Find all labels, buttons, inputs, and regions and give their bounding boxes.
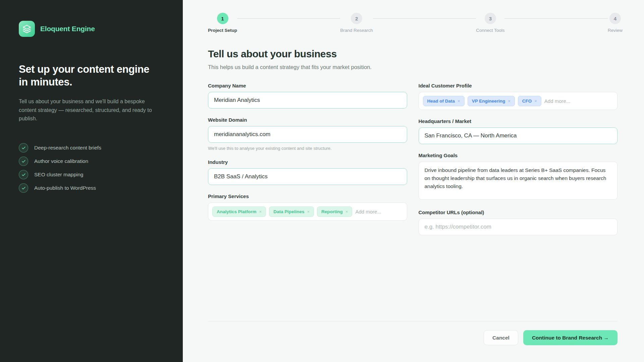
cancel-button[interactable]: Cancel: [484, 330, 518, 345]
field-industry: Industry: [208, 159, 407, 185]
check-icon: [19, 157, 28, 166]
main-panel: 1 Project Setup 2 Brand Research 3 Conne…: [183, 0, 644, 362]
tag-head-of-data[interactable]: Head of Data ×: [423, 96, 465, 106]
feature-label: Deep-research content briefs: [34, 145, 101, 151]
form-right-column: Ideal Customer Profile Head of Data × VP…: [419, 83, 618, 244]
step-number: 3: [485, 13, 496, 24]
tag-label: CFO: [522, 99, 532, 104]
page-title: Tell us about your business: [208, 48, 618, 60]
feature-item: Author voice calibration: [19, 157, 163, 166]
step-label: Project Setup: [208, 28, 237, 33]
website-domain-helper: We'll use this to analyse your existing …: [208, 146, 407, 151]
feature-label: Auto-publish to WordPress: [34, 185, 96, 191]
brand-name: Eloquent Engine: [40, 25, 95, 33]
primary-services-tag-input[interactable]: Analytics Platform × Data Pipelines × Re…: [208, 202, 407, 221]
form-grid: Company Name Website Domain We'll use th…: [208, 83, 618, 244]
feature-label: SEO cluster mapping: [34, 172, 83, 178]
feature-item: Auto-publish to WordPress: [19, 183, 163, 193]
competitor-urls-label: Competitor URLs (optional): [419, 209, 618, 215]
tag-label: Data Pipelines: [273, 209, 304, 214]
field-company-name: Company Name: [208, 83, 407, 109]
step-connect-tools[interactable]: 3 Connect Tools: [476, 13, 504, 33]
industry-input[interactable]: [208, 168, 407, 185]
icp-add-input[interactable]: [544, 98, 613, 104]
tag-data-pipelines[interactable]: Data Pipelines ×: [269, 206, 314, 217]
step-number: 2: [351, 13, 362, 24]
remove-tag-icon[interactable]: ×: [259, 209, 262, 214]
form-left-column: Company Name Website Domain We'll use th…: [208, 83, 407, 229]
website-domain-input[interactable]: [208, 126, 407, 143]
sidebar: Eloquent Engine Set up your content engi…: [0, 0, 183, 362]
sidebar-description: Tell us about your business and we'll bu…: [19, 97, 163, 123]
tag-label: Reporting: [321, 209, 343, 214]
stepper-connector: [373, 18, 476, 19]
icp-label: Ideal Customer Profile: [419, 83, 618, 88]
step-brand-research[interactable]: 2 Brand Research: [340, 13, 373, 33]
check-icon: [19, 143, 28, 153]
remove-tag-icon[interactable]: ×: [307, 209, 310, 214]
headquarters-label: Headquarters / Market: [419, 118, 618, 124]
tag-label: Analytics Platform: [217, 209, 257, 214]
step-review[interactable]: 4 Review: [608, 13, 623, 33]
page-subtitle: This helps us build a content strategy t…: [208, 64, 618, 70]
primary-services-add-input[interactable]: [355, 209, 402, 215]
step-label: Connect Tools: [476, 28, 504, 33]
brand: Eloquent Engine: [19, 21, 163, 37]
tag-cfo[interactable]: CFO ×: [518, 96, 541, 106]
industry-label: Industry: [208, 159, 407, 165]
tag-vp-engineering[interactable]: VP Engineering ×: [468, 96, 515, 106]
form-footer: Cancel Continue to Brand Research →: [208, 321, 618, 345]
layers-logo-icon: [19, 21, 35, 37]
step-label: Brand Research: [340, 28, 373, 33]
field-ideal-customer-profile: Ideal Customer Profile Head of Data × VP…: [419, 83, 618, 110]
company-name-input[interactable]: [208, 92, 407, 109]
tag-label: Head of Data: [427, 99, 455, 104]
field-website-domain: Website Domain We'll use this to analyse…: [208, 117, 407, 151]
headquarters-input[interactable]: [419, 127, 618, 144]
field-competitor-urls: Competitor URLs (optional): [419, 209, 618, 235]
feature-item: Deep-research content briefs: [19, 143, 163, 153]
field-marketing-goals: Marketing Goals Drive inbound pipeline f…: [419, 153, 618, 201]
sidebar-headline: Set up your content engine in minutes.: [19, 63, 160, 88]
tag-reporting[interactable]: Reporting ×: [317, 206, 352, 217]
competitor-urls-input[interactable]: [419, 219, 618, 235]
remove-tag-icon[interactable]: ×: [534, 99, 537, 104]
remove-tag-icon[interactable]: ×: [508, 99, 511, 104]
stepper: 1 Project Setup 2 Brand Research 3 Conne…: [208, 13, 623, 33]
remove-tag-icon[interactable]: ×: [458, 99, 460, 104]
company-name-label: Company Name: [208, 83, 407, 88]
tag-label: VP Engineering: [472, 99, 505, 104]
check-icon: [19, 170, 28, 179]
marketing-goals-label: Marketing Goals: [419, 153, 618, 158]
feature-item: SEO cluster mapping: [19, 170, 163, 179]
step-label: Review: [608, 28, 623, 33]
form-content: Tell us about your business This helps u…: [208, 33, 618, 244]
step-number: 1: [217, 13, 228, 24]
step-number: 4: [609, 13, 621, 24]
primary-services-label: Primary Services: [208, 193, 407, 199]
website-domain-label: Website Domain: [208, 117, 407, 123]
field-primary-services: Primary Services Analytics Platform × Da…: [208, 193, 407, 221]
icp-tag-input[interactable]: Head of Data × VP Engineering × CFO ×: [419, 92, 618, 110]
tag-analytics-platform[interactable]: Analytics Platform ×: [212, 206, 266, 217]
step-project-setup[interactable]: 1 Project Setup: [208, 13, 237, 33]
feature-label: Author voice calibration: [34, 158, 88, 164]
stepper-connector: [504, 18, 607, 19]
field-headquarters: Headquarters / Market: [419, 118, 618, 144]
marketing-goals-textarea[interactable]: Drive inbound pipeline from data leaders…: [419, 162, 618, 200]
continue-button[interactable]: Continue to Brand Research →: [523, 330, 618, 345]
remove-tag-icon[interactable]: ×: [345, 209, 348, 214]
feature-list: Deep-research content briefs Author voic…: [19, 143, 163, 193]
check-icon: [19, 183, 28, 193]
stepper-connector: [237, 18, 340, 19]
